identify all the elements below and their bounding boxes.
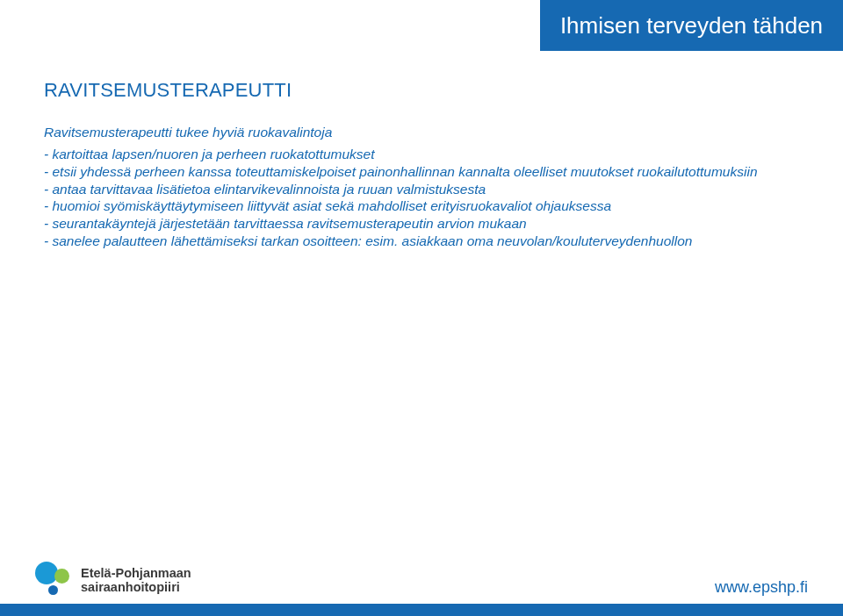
logo-dot-icon [54,569,69,584]
footer: Etelä-Pohjanmaan sairaanhoitopiiri www.e… [0,537,843,616]
organization-name-line1: Etelä-Pohjanmaan [81,567,191,581]
slide-title: RAVITSEMUSTERAPEUTTI [44,79,799,102]
organization-name-line2: sairaanhoitopiiri [81,581,191,595]
organization-logo: Etelä-Pohjanmaan sairaanhoitopiiri [33,562,191,600]
list-item: - seurantakäyntejä järjestetään tarvitta… [44,215,799,233]
header-tagline: Ihmisen terveyden tähden [560,12,823,39]
list-item: - etsii yhdessä perheen kanssa toteuttam… [44,163,799,181]
list-item: - huomioi syömiskäyttäytymiseen liittyvä… [44,197,799,215]
list-item: - sanelee palautteen lähettämiseksi tark… [44,233,799,250]
footer-website: www.epshp.fi [715,578,808,597]
list-item: - antaa tarvittavaa lisätietoa elintarvi… [44,181,799,198]
footer-bar [0,604,843,616]
slide-subtitle: Ravitsemusterapeutti tukee hyviä ruokava… [44,125,799,140]
list-item: - kartoittaa lapsen/nuoren ja perheen ru… [44,146,799,163]
slide: Ihmisen terveyden tähden RAVITSEMUSTERAP… [0,0,843,616]
logo-dot-icon [48,585,58,595]
bullet-list: - kartoittaa lapsen/nuoren ja perheen ru… [44,146,799,250]
content-area: RAVITSEMUSTERAPEUTTI Ravitsemusterapeutt… [44,79,799,250]
header-banner: Ihmisen terveyden tähden [540,0,843,51]
organization-name: Etelä-Pohjanmaan sairaanhoitopiiri [81,567,191,595]
logo-mark-icon [33,562,72,600]
